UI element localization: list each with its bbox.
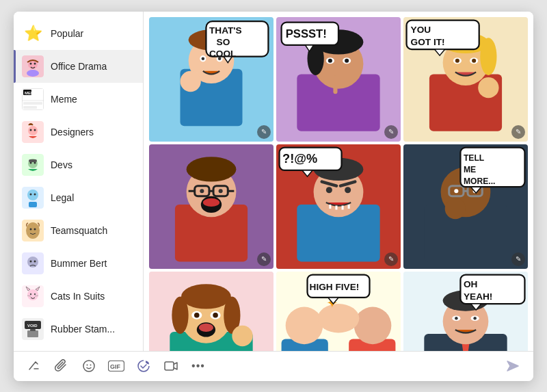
svg-point-122 [445,198,466,218]
sticker-button[interactable] [131,354,156,378]
sidebar-item-popular[interactable]: ⭐ Popular [14,17,143,50]
svg-rect-46 [30,329,36,331]
svg-rect-11 [23,106,37,109]
sticker-6[interactable]: TELL ME MORE... ✎ [403,144,528,269]
office-drama-icon [22,55,44,77]
sticker-5[interactable]: ?!@% ✎ [276,144,401,269]
svg-point-143 [286,306,323,344]
svg-text:?!@%: ?!@% [282,152,317,166]
sticker-7[interactable]: ✎ [149,272,274,351]
sticker-9[interactable]: OH YEAH! ✎ [403,272,528,351]
sidebar-item-legal[interactable]: Legal [14,181,143,214]
svg-point-31 [27,257,38,267]
sticker-2[interactable]: PSSST! ✎ [276,17,401,142]
devs-icon [22,154,44,176]
svg-text:GOT IT!: GOT IT! [411,36,445,47]
more-dots: ••• [191,360,205,372]
svg-point-131 [181,284,231,309]
svg-point-97 [200,189,204,193]
svg-text:YOU: YOU [411,24,431,34]
sticker-3[interactable]: YOU GOT IT! ✎ [403,17,528,142]
svg-point-120 [454,189,458,193]
app-window: ⭐ Popular Office Drama [14,12,533,381]
sidebar-label-bummer-bert: Bummer Bert [51,258,107,269]
sticker-1[interactable]: THAT'S SO COOL ✎ [149,17,274,142]
sidebar-item-devs[interactable]: Devs [14,148,143,181]
sidebar-label-cats-in-suits: Cats In Suits [51,291,105,302]
svg-text:MEM: MEM [25,91,34,95]
svg-text:PSSST!: PSSST! [286,27,327,40]
sidebar-item-bummer-bert[interactable]: Bummer Bert [14,247,143,280]
svg-point-146 [318,304,360,332]
more-button[interactable]: ••• [186,354,211,378]
sidebar-item-designers[interactable]: Designers [14,116,143,148]
video-button[interactable] [159,354,183,378]
sidebar-label-legal: Legal [51,192,74,203]
svg-text:HIGH FIVE!: HIGH FIVE! [310,282,360,292]
sidebar-label-devs: Devs [51,159,72,170]
send-button[interactable] [501,354,525,378]
sidebar-label-popular: Popular [51,28,83,39]
gif-button[interactable]: GIF [104,354,129,378]
svg-text:SO: SO [217,36,230,47]
svg-rect-10 [23,102,42,105]
meme-icon: MEM [22,88,44,110]
svg-point-67 [328,58,332,62]
svg-point-132 [172,296,188,334]
svg-point-38 [30,293,31,294]
svg-point-100 [203,198,219,206]
svg-text:TELL: TELL [464,153,485,163]
svg-point-159 [473,316,477,319]
sidebar-item-cats-in-suits[interactable]: Cats In Suits [14,280,143,313]
teamsquatch-icon [22,220,44,241]
svg-text:YEAH!: YEAH! [464,291,492,301]
svg-point-140 [232,325,252,345]
svg-point-52 [202,57,205,60]
svg-point-33 [34,260,36,262]
designers-icon [22,121,44,143]
sticker-4[interactable]: ✎ [149,144,274,269]
sticker-edit-btn-4[interactable]: ✎ [257,252,271,266]
cats-in-suits-icon [22,285,44,307]
legal-icon [22,187,44,209]
svg-point-13 [28,126,38,135]
svg-point-145 [354,306,392,344]
rubber-stamp-icon: VOID [22,318,44,340]
svg-point-3 [30,62,32,64]
svg-point-139 [199,323,213,331]
sidebar-item-meme[interactable]: MEM Meme [14,83,143,116]
sidebar-item-rubber-stamp[interactable]: VOID Rubber Stam... [14,313,143,345]
svg-point-82 [472,58,476,62]
svg-point-4 [34,62,36,64]
svg-point-91 [187,157,237,181]
svg-point-80 [455,58,459,62]
svg-text:GIF: GIF [110,363,121,370]
sidebar-label-teamsquatch: Teamsquatch [51,225,107,236]
emoji-button[interactable] [77,354,101,378]
svg-point-78 [480,38,496,75]
svg-text:VOID: VOID [27,324,38,328]
sidebar-item-teamsquatch[interactable]: Teamsquatch [14,214,143,247]
svg-point-83 [478,77,498,97]
svg-point-205 [90,365,92,366]
svg-point-105 [326,187,332,193]
sticker-edit-btn-2[interactable]: ✎ [384,125,398,139]
sticker-edit-btn-1[interactable]: ✎ [257,125,271,139]
svg-rect-70 [333,75,337,93]
svg-rect-20 [29,159,37,162]
svg-point-14 [30,129,32,131]
sticker-edit-btn-6[interactable]: ✎ [511,252,525,266]
svg-point-39 [34,293,36,294]
svg-point-55 [181,70,201,91]
bummer-bert-icon [22,252,44,274]
svg-point-204 [87,365,88,366]
attach-button[interactable] [49,354,74,378]
sticker-edit-btn-5[interactable]: ✎ [384,252,398,266]
svg-point-2 [27,70,39,77]
sticker-edit-btn-3[interactable]: ✎ [511,125,525,139]
format-button[interactable] [22,354,46,378]
sidebar-item-office-drama[interactable]: Office Drama [14,50,143,83]
svg-rect-208 [165,362,174,370]
svg-point-29 [34,228,36,230]
sticker-8[interactable]: ✦ HIGH FIVE! ✎ [276,272,401,351]
